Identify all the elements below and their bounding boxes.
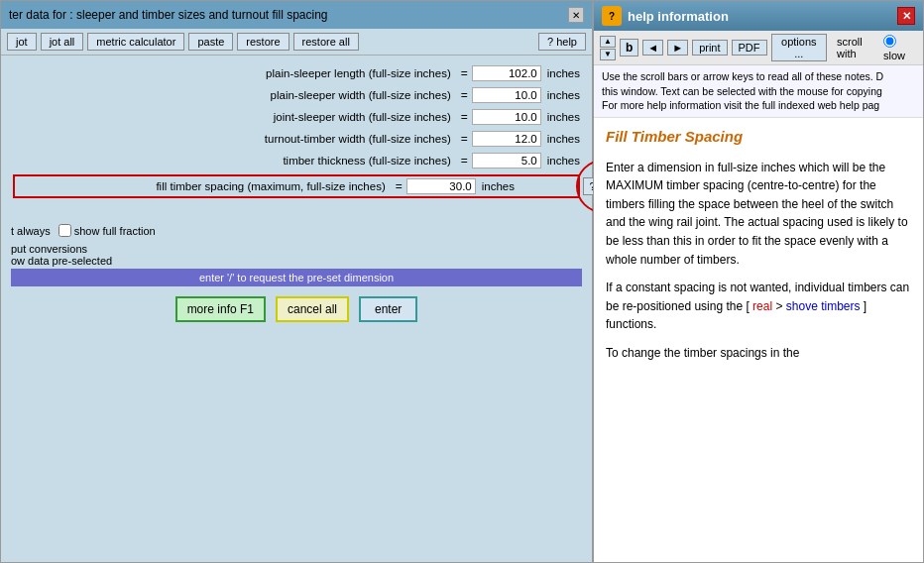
highlighted-field-input[interactable] [406, 178, 476, 194]
field-label-2: plain-sleeper width (full-size inches) [13, 89, 457, 101]
pdf-button[interactable]: PDF [732, 40, 767, 56]
fields-area: plain-sleeper length (full-size inches) … [1, 56, 592, 218]
real-link[interactable]: real [752, 299, 772, 313]
scroll-nav: ▲ ▼ [600, 36, 616, 60]
field-row-5: timber thickness (full-size inches) = in… [13, 153, 580, 169]
print-button[interactable]: print [692, 40, 727, 56]
shove-timbers-link[interactable]: shove timbers [786, 299, 861, 313]
speed-options: slow [883, 35, 917, 61]
slow-radio[interactable] [883, 35, 896, 48]
para2-link-sep: > [775, 299, 785, 313]
show-fraction-label: show full fraction [74, 225, 156, 237]
intro-line-3: For more help information visit the full… [602, 98, 915, 113]
field-label-4: turnout-timber width (full-size inches) [13, 133, 457, 145]
help-content: Fill Timber Spacing Enter a dimension in… [594, 118, 923, 562]
intro-line-2: this window. Text can be selected with t… [602, 84, 915, 99]
field-label-3: joint-sleeper width (full-size inches) [13, 111, 457, 123]
help-para-2: If a constant spacing is not wanted, ind… [606, 279, 911, 334]
back-button[interactable]: ◄ [642, 40, 663, 56]
preset-bar: enter '/' to request the pre-set dimensi… [11, 269, 582, 286]
restore-all-button[interactable]: restore all [293, 33, 359, 51]
always-label: t always [11, 225, 51, 237]
metric-calc-button[interactable]: metric calculator [87, 33, 184, 51]
left-panel: ter data for : sleeper and timber sizes … [0, 0, 593, 563]
enter-button[interactable]: enter [359, 296, 417, 322]
right-panel-title: help information [628, 9, 891, 24]
field-input-4[interactable] [472, 131, 541, 147]
right-close-button[interactable]: ✕ [897, 7, 915, 25]
field-input-2[interactable] [472, 87, 541, 103]
restore-button[interactable]: restore [237, 33, 289, 51]
right-panel: ? help information ✕ ▲ ▼ b ◄ ► print PDF… [593, 0, 924, 563]
intro-line-1: Use the scroll bars or arrow keys to rea… [602, 69, 915, 84]
forward-button[interactable]: ► [667, 40, 688, 56]
highlighted-field-row: fill timber spacing (maximum, full-size … [13, 174, 580, 198]
jot-all-button[interactable]: jot all [41, 33, 84, 51]
scroll-down-button[interactable]: ▼ [600, 49, 616, 60]
slow-label: slow [883, 50, 905, 61]
help-section-title: Fill Timber Spacing [606, 126, 911, 149]
field-input-1[interactable] [472, 65, 541, 81]
jot-button[interactable]: jot [7, 33, 37, 51]
slow-radio-label[interactable]: slow [883, 35, 917, 61]
show-fraction-checkbox[interactable]: show full fraction [58, 224, 156, 237]
right-title-bar: ? help information ✕ [594, 1, 923, 31]
left-toolbar: jot jot all metric calculator paste rest… [1, 29, 592, 56]
help-button[interactable]: ? help [538, 33, 586, 51]
field-row-1: plain-sleeper length (full-size inches) … [13, 65, 580, 81]
options-button[interactable]: options ... [771, 34, 828, 61]
field-row-2: plain-sleeper width (full-size inches) =… [13, 87, 580, 103]
bold-button[interactable]: b [620, 39, 638, 56]
scroll-with-label: scroll with [837, 36, 879, 59]
put-conversions: put conversions [1, 243, 592, 255]
highlighted-field-label: fill timber spacing (maximum, full-size … [19, 180, 392, 192]
cancel-all-button[interactable]: cancel all [276, 296, 349, 322]
left-close-button[interactable]: ✕ [568, 7, 584, 23]
right-toolbar: ▲ ▼ b ◄ ► print PDF options ... scroll w… [594, 31, 923, 65]
show-fraction-input[interactable] [58, 224, 71, 237]
field-input-3[interactable] [472, 109, 541, 125]
help-para-1: Enter a dimension in full-size inches wh… [606, 159, 911, 270]
help-icon: ? [602, 6, 622, 26]
bottom-options: t always show full fraction [1, 218, 592, 243]
field-input-5[interactable] [472, 153, 541, 169]
help-intro: Use the scroll bars or arrow keys to rea… [594, 65, 923, 118]
scroll-up-button[interactable]: ▲ [600, 36, 616, 48]
low-preselected: ow data pre-selected [1, 255, 592, 267]
paste-button[interactable]: paste [188, 33, 233, 51]
left-panel-title: ter data for : sleeper and timber sizes … [9, 8, 328, 22]
bottom-buttons: more info F1 cancel all enter [1, 288, 592, 330]
field-label-5: timber thickness (full-size inches) [13, 155, 457, 167]
field-row-4: turnout-timber width (full-size inches) … [13, 131, 580, 147]
field-row-3: joint-sleeper width (full-size inches) =… [13, 109, 580, 125]
left-title-bar: ter data for : sleeper and timber sizes … [1, 1, 592, 29]
more-info-button[interactable]: more info F1 [175, 296, 266, 322]
help-para-3: To change the timber spacings in the [606, 344, 911, 363]
field-label-1: plain-sleeper length (full-size inches) [13, 67, 457, 79]
